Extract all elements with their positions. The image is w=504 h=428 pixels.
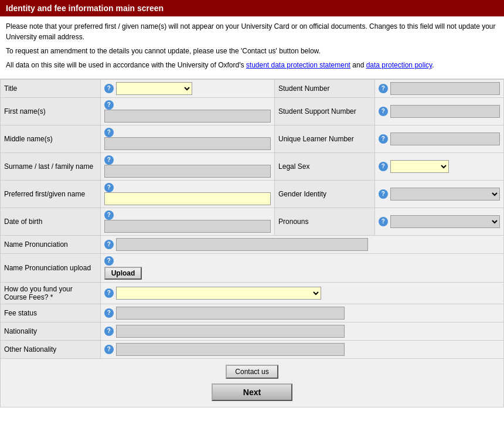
surname-label-cell: Surname / last / family name	[1, 153, 101, 181]
other-nationality-label-cell: Other Nationality	[1, 341, 101, 359]
legalsex-field-cell: ? Male Female Other	[374, 153, 503, 181]
student-number-help-icon[interactable]: ?	[379, 84, 388, 93]
student-support-label: Student Support Number	[278, 107, 356, 116]
link-data-protection[interactable]: student data protection statement	[246, 61, 350, 69]
legalsex-label: Legal Sex	[278, 162, 309, 171]
uln-label: Unique Learner Number	[278, 135, 354, 143]
middlename-help-icon[interactable]: ?	[104, 128, 114, 137]
dob-help-icon[interactable]: ?	[104, 210, 114, 220]
genderidentity-help-icon[interactable]: ?	[379, 189, 388, 199]
page-wrapper: Identity and fee information main screen…	[0, 0, 504, 428]
student-number-label-cell: Student Number	[275, 80, 375, 98]
contact-us-button[interactable]: Contact us	[226, 365, 278, 379]
funding-label: How do you fund your Course Fees? *	[4, 285, 73, 301]
funding-help-icon[interactable]: ?	[104, 288, 114, 298]
title-label: Title	[4, 84, 17, 93]
row-surname-legalsex: Surname / last / family name ? Legal Sex…	[1, 153, 504, 181]
name-pronunciation-upload-help-icon[interactable]: ?	[104, 256, 114, 266]
legalsex-label-cell: Legal Sex	[275, 153, 375, 181]
nationality-input[interactable]	[116, 325, 345, 338]
firstname-input[interactable]	[104, 110, 271, 123]
surname-input[interactable]	[104, 165, 271, 178]
middlename-label: Middle name(s)	[4, 135, 53, 143]
row-nationality: Nationality ?	[1, 322, 504, 341]
preferredname-field-cell: ?	[100, 181, 274, 208]
pronouns-help-icon[interactable]: ?	[379, 217, 388, 226]
dob-input[interactable]	[104, 220, 271, 233]
pronouns-label-cell: Pronouns	[275, 208, 375, 236]
name-pronunciation-upload-label: Name Pronunciation upload	[4, 264, 91, 272]
uln-field-cell: ?	[374, 125, 503, 153]
funding-select[interactable]	[116, 287, 321, 300]
name-pronunciation-input[interactable]	[116, 238, 368, 251]
info-line2: To request an amendment to the details y…	[6, 46, 498, 56]
nationality-help-icon[interactable]: ?	[104, 327, 114, 336]
middlename-field-cell: ?	[100, 125, 274, 153]
student-number-input[interactable]	[390, 82, 500, 95]
nationality-field-cell: ?	[100, 322, 503, 341]
other-nationality-input[interactable]	[116, 343, 345, 356]
student-support-input[interactable]	[390, 105, 500, 118]
surname-label: Surname / last / family name	[4, 162, 93, 171]
firstname-help-icon[interactable]: ?	[104, 100, 114, 110]
info-line3c: .	[432, 61, 434, 69]
name-pronunciation-upload-field-cell: ? Upload	[100, 254, 503, 283]
student-support-help-icon[interactable]: ?	[379, 107, 388, 116]
row-title-student-number: Title ? Mr Mrs Ms Miss Dr Prof	[1, 80, 504, 98]
middlename-input[interactable]	[104, 137, 271, 150]
uln-help-icon[interactable]: ?	[379, 134, 388, 144]
pronouns-field-cell: ?	[374, 208, 503, 236]
row-funding: How do you fund your Course Fees? * ?	[1, 283, 504, 304]
nationality-label: Nationality	[4, 327, 37, 335]
firstname-field-cell: ?	[100, 98, 274, 125]
student-number-field-cell: ?	[374, 80, 503, 98]
name-pronunciation-label: Name Pronunciation	[4, 240, 68, 249]
student-support-label-cell: Student Support Number	[275, 98, 375, 125]
uln-label-cell: Unique Learner Number	[275, 125, 375, 153]
row-firstname-student-support: First name(s) ? Student Support Number ?	[1, 98, 504, 125]
info-line3-text: All data on this site will be used in ac…	[6, 61, 246, 69]
row-dob-pronouns: Date of birth ? Pronouns ?	[1, 208, 504, 236]
row-preferredname-genderidentity: Preferred first/given name ? Gender Iden…	[1, 181, 504, 208]
upload-button[interactable]: Upload	[104, 267, 142, 280]
dob-field-cell: ?	[100, 208, 274, 236]
info-line3: All data on this site will be used in ac…	[6, 60, 498, 70]
fee-status-help-icon[interactable]: ?	[104, 308, 114, 318]
title-help-icon[interactable]: ?	[104, 84, 114, 93]
name-pronunciation-field-cell: ?	[100, 236, 503, 254]
row-other-nationality: Other Nationality ?	[1, 341, 504, 359]
gender-identity-select[interactable]	[390, 188, 500, 201]
surname-help-icon[interactable]: ?	[104, 155, 114, 165]
row-middlename-uln: Middle name(s) ? Unique Learner Number ?	[1, 125, 504, 153]
page-title: Identity and fee information main screen	[6, 4, 164, 13]
form-table: Title ? Mr Mrs Ms Miss Dr Prof	[0, 79, 504, 359]
row-fee-status: Fee status ?	[1, 304, 504, 322]
fee-status-label-cell: Fee status	[1, 304, 101, 322]
name-pronunciation-label-cell: Name Pronunciation	[1, 236, 101, 254]
genderidentity-label: Gender Identity	[278, 190, 326, 198]
title-select[interactable]: Mr Mrs Ms Miss Dr Prof	[116, 82, 192, 95]
name-pronunciation-help-icon[interactable]: ?	[104, 240, 114, 249]
title-field-cell: ? Mr Mrs Ms Miss Dr Prof	[100, 80, 274, 98]
other-nationality-help-icon[interactable]: ?	[104, 345, 114, 354]
firstname-label-cell: First name(s)	[1, 98, 101, 125]
page-header: Identity and fee information main screen	[0, 0, 504, 16]
preferredname-input[interactable]	[104, 192, 271, 205]
bottom-buttons: Contact us Next	[0, 359, 504, 407]
fee-status-field-cell: ?	[100, 304, 503, 322]
student-number-label: Student Number	[278, 84, 329, 93]
link-data-protection-policy[interactable]: data protection policy	[366, 61, 433, 69]
fee-status-input[interactable]	[116, 307, 345, 320]
pronouns-label: Pronouns	[278, 218, 308, 226]
pronouns-select[interactable]	[390, 215, 500, 228]
legal-sex-select[interactable]: Male Female Other	[390, 160, 449, 173]
preferredname-help-icon[interactable]: ?	[104, 183, 114, 192]
legalsex-help-icon[interactable]: ?	[379, 162, 388, 171]
uln-input[interactable]	[390, 133, 500, 145]
info-section: Please note that your preferred first / …	[0, 16, 504, 79]
other-nationality-label: Other Nationality	[4, 345, 56, 354]
title-label-cell: Title	[1, 80, 101, 98]
funding-field-cell: ?	[100, 283, 503, 304]
next-button[interactable]: Next	[212, 383, 292, 401]
student-support-field-cell: ?	[374, 98, 503, 125]
